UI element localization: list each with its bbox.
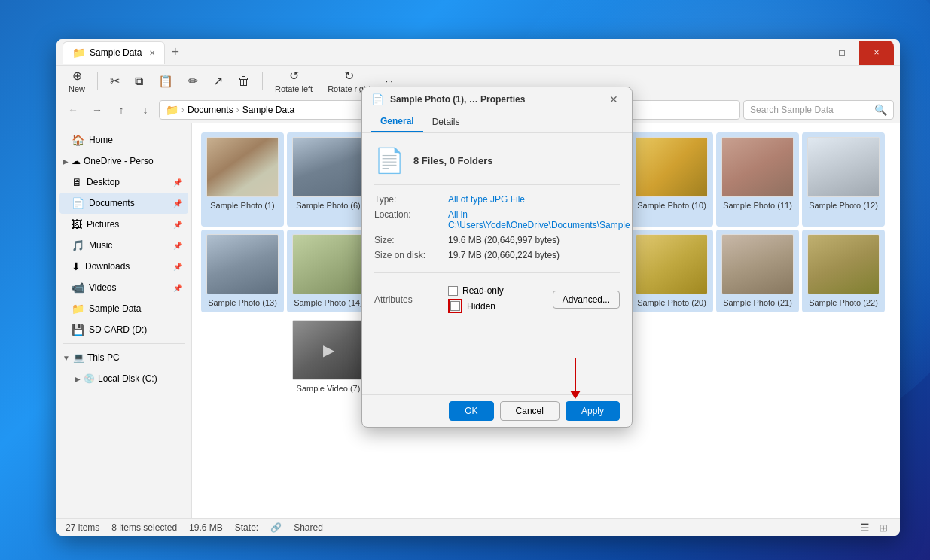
dialog-content: 📄 8 Files, 0 Folders Type: All of type J… [362, 133, 632, 394]
sizedisk-label: Size on disk: [374, 250, 442, 260]
location-label: Location: [374, 209, 442, 220]
dialog-title-bar: 📄 Sample Photo (1), … Properties ✕ [362, 87, 632, 111]
tab-general[interactable]: General [371, 111, 423, 132]
type-label: Type: [374, 194, 442, 205]
hidden-checkbox[interactable] [450, 301, 460, 311]
dialog-props: Type: All of type JPG File Location: All… [374, 194, 620, 260]
dialog-spacer [374, 322, 620, 382]
location-value: All in C:\Users\Yodel\OneDrive\Documents… [448, 209, 630, 230]
dialog-tabs: General Details [362, 111, 632, 133]
dialog-header: 📄 8 Files, 0 Folders [374, 145, 620, 185]
dialog-close-btn[interactable]: ✕ [605, 90, 623, 108]
sizedisk-value: 19.7 MB (20,660,224 bytes) [448, 250, 620, 260]
red-arrow-annotation [570, 358, 581, 399]
red-arrow-shaft [575, 358, 576, 391]
dialog-separator [374, 272, 620, 273]
hidden-check[interactable]: Hidden [448, 299, 504, 313]
type-value: All of type JPG File [448, 194, 620, 205]
size-value: 19.6 MB (20,646,997 bytes) [448, 235, 620, 245]
readonly-label: Read-only [462, 285, 504, 296]
dialog-footer: OK Cancel Apply [362, 394, 632, 427]
dialog-overlay: 📄 Sample Photo (1), … Properties ✕ Gener… [0, 0, 930, 560]
dialog-title-icon: 📄 [371, 93, 384, 105]
dialog-row-type: Type: All of type JPG File [374, 194, 620, 205]
cancel-btn[interactable]: Cancel [500, 401, 560, 421]
dialog-summary: 8 Files, 0 Folders [413, 155, 493, 166]
properties-dialog: 📄 Sample Photo (1), … Properties ✕ Gener… [361, 87, 633, 428]
dialog-row-sizedisk: Size on disk: 19.7 MB (20,660,224 bytes) [374, 250, 620, 260]
readonly-check[interactable]: Read-only [448, 285, 504, 296]
attr-checkboxes: Read-only Hidden [448, 285, 504, 313]
apply-btn[interactable]: Apply [566, 401, 620, 421]
hidden-label: Hidden [467, 301, 495, 312]
hidden-checkbox-wrapper [448, 299, 462, 313]
dialog-row-location: Location: All in C:\Users\Yodel\OneDrive… [374, 209, 620, 230]
attributes-label: Attributes [374, 294, 442, 305]
ok-btn[interactable]: OK [449, 401, 493, 421]
advanced-btn[interactable]: Advanced... [553, 291, 620, 309]
red-arrow-head [570, 391, 581, 399]
dialog-row-size: Size: 19.6 MB (20,646,997 bytes) [374, 235, 620, 245]
dialog-file-icon: 📄 [374, 145, 404, 175]
tab-details[interactable]: Details [423, 111, 469, 132]
readonly-checkbox[interactable] [448, 286, 458, 296]
size-label: Size: [374, 235, 442, 245]
dialog-title-text: Sample Photo (1), … Properties [390, 94, 605, 105]
attr-row: Attributes Read-only Hidden Advanced... [374, 285, 620, 313]
